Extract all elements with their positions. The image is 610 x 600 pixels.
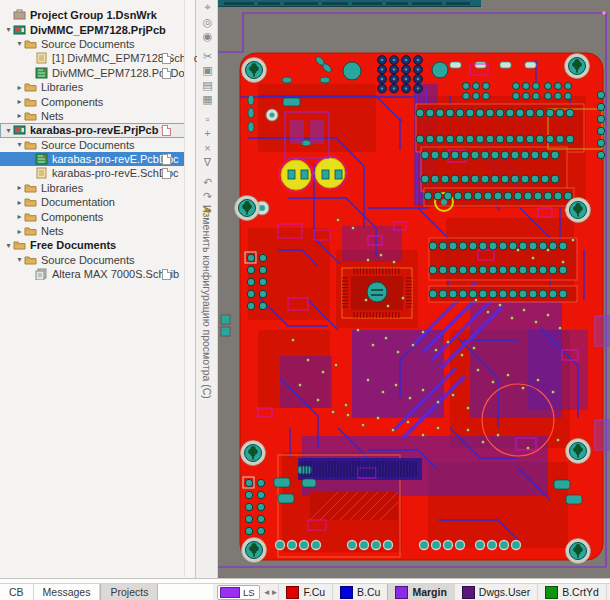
layer-tab-f-crtyd[interactable]: F.CrtYd	[606, 584, 610, 600]
tree-item-documentation[interactable]: ▸Documentation	[0, 195, 187, 209]
page-icon	[162, 154, 171, 165]
select-icon[interactable]: ⌖	[197, 0, 218, 15]
tree-item-label: Components	[41, 211, 103, 223]
undo-icon[interactable]: ↶	[197, 175, 218, 190]
folder-open-icon	[24, 254, 38, 266]
zoom-selection-icon[interactable]: ◉	[197, 29, 218, 44]
projects-panel: Project Group 1.DsnWrk▾DivMMC_EPM7128.Pr…	[0, 0, 196, 578]
tree-item-components[interactable]: ▸Components	[0, 209, 187, 223]
collapsed-arrow-icon[interactable]: ▸	[15, 111, 24, 120]
tree-item-nets[interactable]: ▸Nets	[0, 109, 187, 123]
collapsed-arrow-icon[interactable]: ▸	[15, 83, 24, 92]
layer-tab-label: Dwgs.User	[479, 586, 530, 598]
tree-item-project-group-1-dsnwrk[interactable]: Project Group 1.DsnWrk	[0, 8, 187, 22]
collapsed-arrow-icon[interactable]: ▸	[15, 227, 24, 236]
page-modified-icon	[162, 125, 171, 136]
tree-item-components[interactable]: ▸Components	[0, 94, 187, 108]
expanded-arrow-icon[interactable]: ▾	[4, 25, 13, 34]
move-icon[interactable]: +	[197, 126, 218, 141]
expanded-arrow-icon[interactable]: ▾	[15, 39, 24, 48]
tree-item-1-divmmc-epm7128-schdoc[interactable]: [1] DivMMC_EPM7128.SchDoc	[0, 51, 187, 65]
tree-item-label: Source Documents	[41, 139, 135, 151]
tree-item-libraries[interactable]: ▸Libraries	[0, 80, 187, 94]
copy-icon[interactable]: ▣	[197, 63, 218, 78]
tree-item-label: karabas-pro-revE.PrjPcb *	[30, 124, 166, 136]
layer-tab-b-crtyd[interactable]: B.CrtYd	[537, 584, 606, 600]
tree-item-karabas-pro-reve-schdoc[interactable]: karabas-pro-revE.SchDoc	[0, 166, 187, 180]
layer-tab-f-cu[interactable]: F.Cu	[278, 584, 332, 600]
pcbdoc-icon	[35, 67, 49, 79]
expanded-arrow-icon[interactable]: ▾	[4, 241, 13, 250]
filter-icon[interactable]: ∇	[197, 155, 218, 170]
redo-icon[interactable]: ↷	[197, 189, 218, 204]
view-configuration-vertical-tab[interactable]: Изменить конфигурацию просмотра (C)	[201, 205, 213, 399]
tree-item-source-documents[interactable]: ▾Source Documents	[0, 253, 187, 267]
tree-item-source-documents[interactable]: ▾Source Documents	[0, 37, 187, 51]
collapsed-arrow-icon[interactable]: ▸	[15, 212, 24, 221]
paste-icon[interactable]: ▤	[197, 78, 218, 93]
layer-set-selector[interactable]: LS	[217, 585, 260, 600]
tree-item-label: Nets	[41, 110, 64, 122]
panel-tab-messages[interactable]: Messages	[34, 584, 101, 600]
tree-item-label: Libraries	[41, 182, 83, 194]
layer-tab-margin[interactable]: Margin	[387, 584, 453, 600]
expanded-arrow-icon[interactable]: ▾	[15, 255, 24, 264]
page-icon	[162, 269, 171, 280]
layer-color-swatch	[286, 586, 299, 599]
pcb-editor-canvas[interactable]	[218, 0, 610, 578]
layer-tab-label: F.Cu	[303, 586, 325, 598]
page-icon	[162, 68, 171, 79]
layer-tab-label: B.Cu	[357, 586, 380, 598]
folder-open-icon	[24, 38, 38, 50]
folder-open-icon	[24, 139, 38, 151]
collapsed-arrow-icon[interactable]: ▸	[15, 183, 24, 192]
project-icon	[13, 24, 27, 36]
layer-color-swatch	[462, 586, 475, 599]
tree-item-label: Libraries	[41, 81, 83, 93]
tree-item-karabas-pro-reve-pcbdoc[interactable]: karabas-pro-revE.PcbDoc	[0, 152, 187, 166]
expanded-arrow-icon[interactable]: ▾	[15, 140, 24, 149]
layer-tabs: F.CuB.CuMarginDwgs.UserB.CrtYdF.CrtYdB.F…	[278, 584, 610, 600]
schdoc-icon	[35, 167, 49, 179]
panel-tab-bar: CBMessagesProjects	[0, 584, 213, 600]
delete-icon[interactable]: ×	[197, 141, 218, 156]
tree-item-label: karabas-pro-revE.PcbDoc	[52, 153, 179, 165]
layer-color-swatch	[395, 586, 408, 599]
panel-tab-projects[interactable]: Projects	[100, 584, 158, 600]
panel-tab-cb[interactable]: CB	[0, 584, 34, 600]
selection-rect-icon[interactable]: ▫	[197, 112, 218, 127]
tree-item-nets[interactable]: ▸Nets	[0, 224, 187, 238]
zoom-icon[interactable]: ◎	[197, 15, 218, 30]
tree-item-divmmc-epm7128-prjpcb[interactable]: ▾DivMMC_EPM7128.PrjPcb	[0, 22, 187, 36]
pcb-board-graphic[interactable]	[218, 0, 610, 578]
print-icon[interactable]: ▦	[197, 92, 218, 107]
layer-scroll-left-button[interactable]: ◄	[263, 588, 271, 597]
tree-item-divmmc-epm7128-pcbdoc[interactable]: DivMMC_EPM7128.PcbDoc	[0, 66, 187, 80]
tree-item-altera-max-7000s-schlib[interactable]: Altera MAX 7000S.SchLib	[0, 267, 187, 281]
tree-item-libraries[interactable]: ▸Libraries	[0, 181, 187, 195]
layer-tab-dwgs-user[interactable]: Dwgs.User	[454, 584, 537, 600]
layer-tab-bar: LS ◄ ► F.CuB.CuMarginDwgs.UserB.CrtYdF.C…	[213, 584, 610, 600]
projects-panel-scrollbar[interactable]	[184, 0, 194, 577]
cut-icon[interactable]: ✂	[197, 49, 218, 64]
tree-item-label: DivMMC_EPM7128.PrjPcb	[30, 24, 166, 36]
folder-icon	[24, 110, 38, 122]
layer-tab-b-cu[interactable]: B.Cu	[332, 584, 387, 600]
folder-icon	[24, 196, 38, 208]
expanded-arrow-icon[interactable]: ▾	[4, 126, 13, 135]
folder-icon	[24, 211, 38, 223]
collapsed-arrow-icon[interactable]: ▸	[15, 97, 24, 106]
layer-set-color-swatch	[220, 587, 240, 598]
tree-item-label: Free Documents	[30, 239, 116, 251]
tree-item-karabas-pro-reve-prjpcb[interactable]: ▾karabas-pro-revE.PrjPcb *	[0, 123, 187, 137]
bottom-bar: CBMessagesProjects LS ◄ ► F.CuB.CuMargin…	[0, 583, 610, 600]
tree-item-free-documents[interactable]: ▾Free Documents	[0, 238, 187, 252]
layer-scroll-right-button[interactable]: ►	[271, 588, 279, 597]
tree-item-source-documents[interactable]: ▾Source Documents	[0, 138, 187, 152]
collapsed-arrow-icon[interactable]: ▸	[15, 198, 24, 207]
tree-item-label: Source Documents	[41, 38, 135, 50]
project-tree: Project Group 1.DsnWrk▾DivMMC_EPM7128.Pr…	[0, 8, 187, 281]
folder-icon	[24, 225, 38, 237]
layer-color-swatch	[545, 586, 558, 599]
project-icon	[13, 124, 27, 136]
